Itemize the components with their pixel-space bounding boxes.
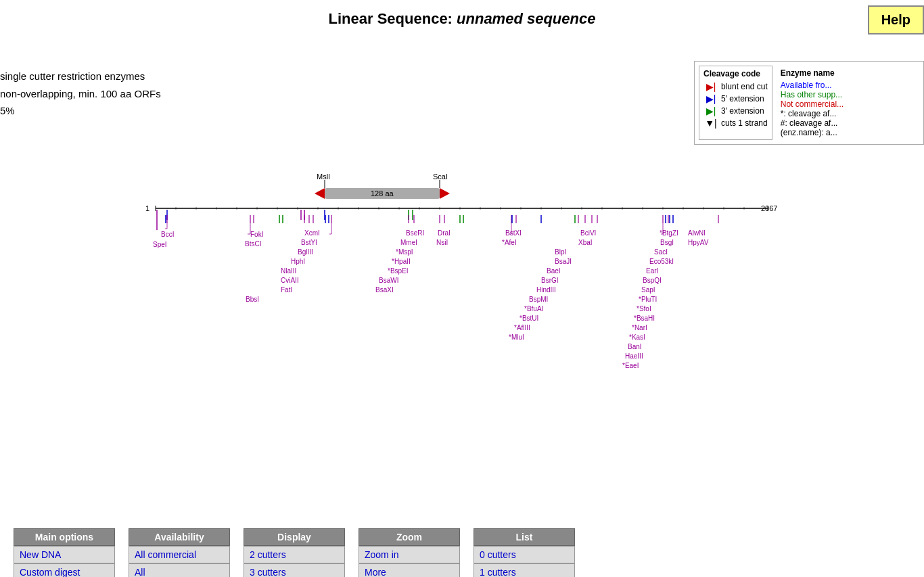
enzyme-haeiii: HaeIII [625, 352, 643, 360]
availability-group: Availability All commercial All [129, 528, 230, 577]
enzyme-kasi: *KasI [629, 333, 645, 341]
cleavage-code-label: Cleavage code [703, 69, 768, 78]
legend-panel: Cleavage code ▶| blunt end cut ▶| 5′ ext… [694, 61, 924, 145]
main-options-group: Main options New DNA Custom digest [14, 528, 115, 577]
legend-3prime: ▶| 3′ extension [703, 106, 768, 116]
zoom-header: Zoom [359, 528, 460, 546]
display-header: Display [244, 528, 345, 546]
enzyme-bsaxi: BsaXI [375, 286, 394, 294]
enzyme-sfoi: *SfoI [637, 305, 651, 313]
enzyme-drai: DraI [438, 229, 451, 237]
main-options-header: Main options [14, 528, 115, 546]
enzyme-bspei: *BspEI [388, 267, 409, 275]
enzyme-bstyi: BstYI [301, 239, 317, 246]
enzyme-bsahi: *BsaHI [634, 315, 655, 322]
zoom-group: Zoom Zoom in More [359, 528, 460, 577]
enzyme-bstui: *BstUI [519, 315, 538, 322]
enzyme-bsawi: BsaWI [379, 277, 398, 284]
enzyme-bsgi: BsgI [660, 239, 674, 246]
enzyme-xbai: XbaI [578, 239, 593, 246]
svg-marker-3 [440, 188, 450, 199]
availability-header: Availability [129, 528, 230, 546]
legend-1strand: ▼| cuts 1 strand [703, 118, 768, 129]
3prime-icon: ▶| [703, 106, 718, 116]
enzyme-hphi: HphI [291, 258, 305, 265]
cleavage-legend: Cleavage code ▶| blunt end cut ▶| 5′ ext… [699, 66, 772, 140]
enzyme-afliii: *AflIII [514, 324, 530, 331]
help-button[interactable]: Help [868, 5, 924, 34]
enzyme-mmei: MmeI [400, 239, 417, 246]
enzyme-xcmi: XcmI [304, 229, 320, 237]
bottom-toolbar: Main options New DNA Custom digest Avail… [0, 523, 924, 577]
all-button[interactable]: All [129, 563, 230, 577]
enzyme-bsaji: BsaJI [555, 258, 572, 265]
enzyme-earl: EarI [646, 267, 658, 275]
enzyme-bspmi: BspMI [529, 296, 548, 303]
enzyme-bsrgi: BsrGI [541, 277, 559, 284]
enzyme-bgliii: BglIII [298, 248, 313, 256]
page-title: Linear Sequence: unnamed sequence [0, 0, 924, 34]
enzyme-bspqi: BspQI [643, 277, 662, 284]
all-commercial-button[interactable]: All commercial [129, 546, 230, 563]
zoom-in-button[interactable]: Zoom in [359, 546, 460, 563]
enzyme-baei: BaeI [547, 267, 561, 275]
3-cutters-button[interactable]: 3 cutters [244, 563, 345, 577]
enzyme-blpi: BlpI [555, 248, 566, 256]
scai-label: ScaI [433, 172, 448, 181]
enzyme-eco53ki: Eco53kI [649, 258, 674, 265]
enzyme-bcci: BccI [161, 231, 174, 238]
enzyme-mspi: *MspI [396, 248, 413, 256]
enzyme-alwni: AlwNI [688, 229, 706, 237]
enzyme-eaei: *EaeI [622, 362, 639, 369]
svg-marker-4 [315, 188, 325, 199]
enzyme-mlui: *MluI [509, 333, 524, 341]
enzyme-nsii: NsiI [436, 239, 448, 246]
enzyme-btgzi: *BtgZI [660, 229, 678, 237]
2-cutters-button[interactable]: 2 cutters [244, 546, 345, 563]
enzyme-bbsi: BbsI [246, 296, 259, 303]
display-group: Display 2 cutters 3 cutters [244, 528, 345, 577]
enzyme-foki: FokI [250, 231, 263, 238]
enzyme-hpaii: *HpaII [392, 258, 411, 265]
msli-label: MslI [317, 172, 330, 181]
list-header: List [473, 528, 575, 546]
5prime-icon: ▶| [703, 93, 718, 104]
enzyme-name-legend: Enzyme name Available fro... Has other s… [777, 66, 848, 140]
enzyme-saci: SacI [654, 248, 668, 256]
enzyme-bani: BanI [628, 343, 642, 350]
enzyme-btsci: BtsCI [245, 240, 261, 248]
1strand-icon: ▼| [703, 118, 718, 129]
info-panel: single cutter restriction enzymes non-ov… [0, 68, 161, 120]
enzyme-hpyav: HpyAV [688, 239, 709, 246]
new-dna-button[interactable]: New DNA [14, 546, 115, 563]
list-group: List 0 cutters 1 cutters [473, 528, 575, 577]
ruler-right: 2067 [761, 204, 777, 212]
enzyme-nari: *NarI [632, 324, 647, 331]
legend-blunt: ▶| blunt end cut [703, 81, 768, 92]
enzyme-sapi: SapI [641, 286, 655, 294]
enzyme-nlaiii: NlaIII [281, 267, 296, 275]
enzyme-bseri: BseRI [406, 229, 424, 237]
0-cutters-button[interactable]: 0 cutters [473, 546, 575, 563]
enzyme-fati: FatI [281, 286, 292, 294]
enzyme-bfuai: *BfuAI [524, 305, 543, 313]
enzyme-bcivi: BciVI [580, 229, 596, 237]
custom-digest-button[interactable]: Custom digest [14, 563, 115, 577]
blunt-end-icon: ▶| [703, 81, 718, 92]
enzyme-afei: *AfeI [502, 239, 517, 246]
more-button[interactable]: More [359, 563, 460, 577]
enzyme-spei: SpeI [153, 241, 167, 248]
enzyme-bstxi: BstXI [505, 229, 522, 237]
1-cutters-button[interactable]: 1 cutters [473, 563, 575, 577]
enzyme-name-label: Enzyme name [781, 68, 844, 78]
enzyme-hindiii: HindIII [536, 286, 556, 294]
enzyme-cviai: CviAII [281, 277, 299, 284]
enzyme-pluti: *PluTI [639, 296, 657, 303]
sequence-map: MslI ScaI 128 aa 1 [0, 169, 832, 548]
legend-5prime: ▶| 5′ extension [703, 93, 768, 104]
ruler-left: 1 [145, 204, 149, 212]
orf-label: 128 aa [371, 189, 394, 198]
